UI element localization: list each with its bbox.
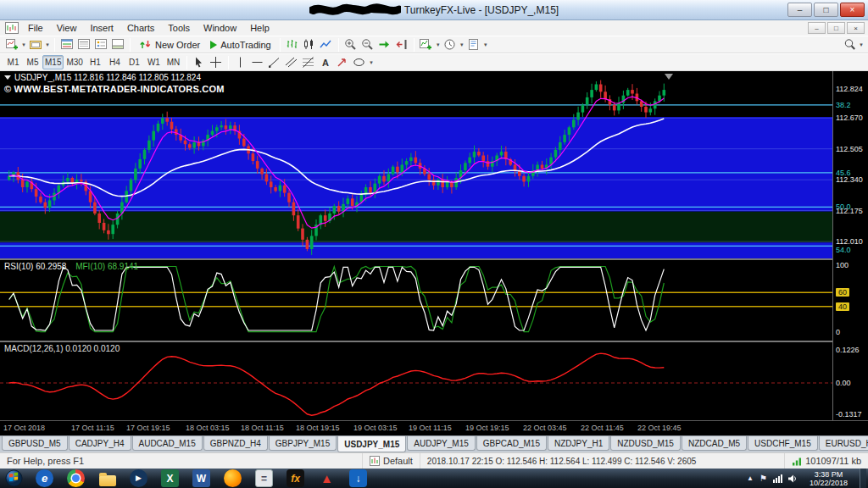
templates-button[interactable] <box>465 36 482 53</box>
menu-view[interactable]: View <box>50 20 84 36</box>
autotrading-button[interactable]: AutoTrading <box>205 36 276 53</box>
zoom-out-button[interactable] <box>359 36 376 53</box>
price-axis[interactable]: 112.824 38.2 112.670 112.505 45.6 112.34… <box>832 71 868 420</box>
horizontal-line-tool-button[interactable] <box>249 54 266 70</box>
tab-audjpy-m15[interactable]: AUDJPY_M15 <box>407 436 475 451</box>
price-chart-canvas[interactable] <box>0 71 832 258</box>
navigator-button[interactable] <box>92 36 109 53</box>
tab-gbpcad-m15[interactable]: GBPCAD_M15 <box>476 436 547 451</box>
line-chart-button[interactable] <box>318 36 335 53</box>
profiles-dropdown[interactable]: ▾ <box>44 42 51 48</box>
new-chart-button[interactable] <box>3 36 20 53</box>
timeframe-h1[interactable]: H1 <box>86 55 105 69</box>
tab-cadjpy-h4[interactable]: CADJPY_H4 <box>69 436 131 451</box>
timeframe-m30[interactable]: M30 <box>64 55 85 69</box>
crosshair-tool-button[interactable] <box>208 54 225 70</box>
arrow-tool-button[interactable] <box>334 54 351 70</box>
timeframe-w1[interactable]: W1 <box>144 55 164 69</box>
indicators-button[interactable] <box>418 36 435 53</box>
menu-window[interactable]: Window <box>197 20 243 36</box>
tab-audcad-m15[interactable]: AUDCAD_M15 <box>132 436 203 451</box>
data-window-button[interactable] <box>75 36 92 53</box>
indicators-icon <box>420 38 432 51</box>
action-center-flag-icon[interactable]: ⚑ <box>760 474 767 483</box>
cursor-tool-button[interactable] <box>191 54 208 70</box>
bar-chart-button[interactable] <box>284 36 301 53</box>
taskbar-clock[interactable]: 3:38 PM 10/22/2018 <box>810 470 848 487</box>
tab-usdjpy-m15[interactable]: USDJPY_M15 <box>337 436 406 452</box>
metatrader-fx-icon[interactable]: fx <box>287 469 304 487</box>
search-button[interactable] <box>841 36 858 53</box>
timeframe-h4[interactable]: H4 <box>105 55 125 69</box>
red-triangle-app-icon[interactable]: ▲ <box>318 469 336 487</box>
tab-gbpnzd-h4[interactable]: GBPNZD_H4 <box>203 436 268 451</box>
timeframe-m5[interactable]: M5 <box>23 55 42 69</box>
rsi-panel-canvas[interactable] <box>0 260 832 341</box>
market-watch-button[interactable] <box>58 36 75 53</box>
tab-nzdusd-m15[interactable]: NZDUSD_M15 <box>610 436 681 451</box>
autoscroll-button[interactable] <box>376 36 393 53</box>
show-desktop-button[interactable] <box>860 469 866 488</box>
channel-tool-button[interactable] <box>283 54 300 70</box>
child-minimize-button[interactable]: – <box>808 22 826 34</box>
excel-icon[interactable]: X <box>161 469 179 487</box>
zoom-in-button[interactable] <box>342 36 359 53</box>
timeframe-d1[interactable]: D1 <box>125 55 144 69</box>
vertical-line-tool-button[interactable] <box>232 54 249 70</box>
macd-panel-canvas[interactable] <box>0 342 832 420</box>
templates-dropdown[interactable]: ▾ <box>482 42 489 48</box>
child-restore-button[interactable]: □ <box>827 22 845 34</box>
rsi-indicator-label: RSI(10) 60.2958 MFI(10) 68.9141 <box>4 262 138 271</box>
close-button[interactable]: × <box>840 3 865 17</box>
blue-arrow-app-icon[interactable]: ↓ <box>349 469 367 487</box>
minimize-button[interactable]: – <box>787 3 812 17</box>
terminal-button[interactable] <box>109 36 126 53</box>
time-axis[interactable]: 17 Oct 2018 17 Oct 11:15 17 Oct 19:15 18… <box>0 420 868 435</box>
search-dropdown[interactable]: ▾ <box>858 42 865 48</box>
restore-button[interactable]: □ <box>814 3 838 17</box>
new-order-button[interactable]: New Order <box>134 36 205 53</box>
menu-tools[interactable]: Tools <box>161 20 197 36</box>
calculator-icon[interactable]: = <box>255 469 273 487</box>
tab-gbpjpy-m15[interactable]: GBPJPY_M15 <box>269 436 337 451</box>
tab-gbpusd-m5[interactable]: GBPUSD_M5 <box>2 436 68 451</box>
menu-help[interactable]: Help <box>243 20 276 36</box>
volume-icon[interactable] <box>788 474 798 483</box>
chart-window-icon[interactable] <box>5 22 19 34</box>
fibonacci-tool-button[interactable] <box>300 54 317 70</box>
time-axis-label: 19 Oct 11:15 <box>409 424 452 432</box>
hidden-icons-chevron[interactable]: ▲ <box>747 474 754 482</box>
tab-nzdcad-m5[interactable]: NZDCAD_M5 <box>682 436 747 451</box>
firefox-icon[interactable] <box>224 469 242 487</box>
chart-shift-button[interactable] <box>393 36 410 53</box>
menu-insert[interactable]: Insert <box>83 20 120 36</box>
internet-explorer-icon[interactable]: e <box>36 469 53 487</box>
profile-selector[interactable]: Default <box>363 453 420 469</box>
child-close-button[interactable]: × <box>847 22 865 34</box>
file-explorer-icon[interactable] <box>98 469 116 487</box>
network-icon[interactable] <box>773 474 782 483</box>
timeframe-m15[interactable]: M15 <box>42 55 64 69</box>
trendline-tool-button[interactable] <box>266 54 283 70</box>
chrome-icon[interactable] <box>67 469 85 487</box>
ellipse-tool-button[interactable] <box>351 54 368 70</box>
text-tool-button[interactable]: A <box>317 54 334 70</box>
periods-button[interactable] <box>442 36 459 53</box>
word-icon[interactable]: W <box>192 469 210 487</box>
menu-charts[interactable]: Charts <box>120 20 161 36</box>
menu-file[interactable]: File <box>21 20 50 36</box>
timeframe-mn[interactable]: MN <box>164 55 183 69</box>
fib-level-label: 54.0 <box>836 246 851 254</box>
profiles-button[interactable] <box>27 36 44 53</box>
candlestick-chart-button[interactable] <box>301 36 318 53</box>
tools-dropdown[interactable]: ▾ <box>368 59 375 66</box>
tab-nzdjpy-h1[interactable]: NZDJPY_H1 <box>548 436 609 451</box>
indicators-dropdown[interactable]: ▾ <box>435 42 442 48</box>
tab-usdchf-m15[interactable]: USDCHF_M15 <box>748 436 818 451</box>
periods-dropdown[interactable]: ▾ <box>459 42 465 48</box>
timeframe-m1[interactable]: M1 <box>3 55 23 69</box>
tab-eurusd-h1[interactable]: EURUSD_H1 <box>819 436 868 451</box>
start-button[interactable] <box>4 469 24 488</box>
new-chart-dropdown[interactable]: ▾ <box>20 42 27 48</box>
media-player-icon[interactable]: ▶ <box>130 469 147 487</box>
